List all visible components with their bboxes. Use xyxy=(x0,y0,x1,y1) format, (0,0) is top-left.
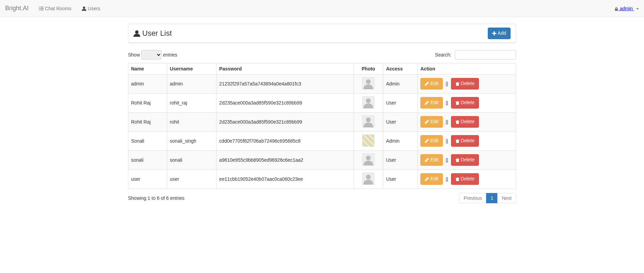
edit-button[interactable]: Edit xyxy=(420,135,443,147)
add-button[interactable]: Add xyxy=(488,28,511,39)
nav-admin-label: admin xyxy=(620,6,633,11)
brand-link[interactable]: Bright.AI xyxy=(5,5,34,12)
cell-username: rohit xyxy=(167,112,216,131)
pagination: Previous 1 Next xyxy=(460,193,516,203)
cell-action: Edit|| Delete xyxy=(418,74,516,93)
col-password[interactable]: Password xyxy=(216,63,354,74)
page-length-select[interactable] xyxy=(141,50,162,60)
svg-rect-4 xyxy=(39,10,40,10)
cell-name: admin xyxy=(128,74,167,93)
table-row: useruseree11cbb19052e40b07aac0ca060c23ee… xyxy=(128,170,516,189)
trash-icon xyxy=(455,101,460,105)
edit-button-label: Edit xyxy=(430,80,438,87)
cell-access: User xyxy=(383,150,418,170)
avatar xyxy=(362,173,374,185)
avatar xyxy=(362,96,374,109)
svg-point-6 xyxy=(83,6,85,9)
trash-icon xyxy=(455,139,460,143)
pagination-previous[interactable]: Previous xyxy=(459,193,486,203)
cell-photo xyxy=(354,93,383,112)
edit-button[interactable]: Edit xyxy=(420,78,443,90)
cell-username: rohit_raj xyxy=(167,93,216,112)
nav-chat-rooms-label: Chat Rooms xyxy=(45,6,71,11)
svg-rect-3 xyxy=(40,8,44,9)
cell-name: Rohit Raj xyxy=(128,93,167,112)
cell-photo xyxy=(354,74,383,93)
avatar xyxy=(362,154,374,166)
svg-point-7 xyxy=(135,30,139,34)
svg-rect-2 xyxy=(39,8,40,9)
edit-button-label: Edit xyxy=(430,176,438,182)
edit-button[interactable]: Edit xyxy=(420,173,443,185)
cell-password: 2d235ace000a3ad85f590e321c89bb99 xyxy=(216,93,354,112)
col-access[interactable]: Access xyxy=(383,63,418,74)
table-header-row: Name Username Password Photo Access Acti… xyxy=(128,63,516,74)
action-separator: || xyxy=(446,138,448,144)
col-action[interactable]: Action xyxy=(418,63,516,74)
edit-button-label: Edit xyxy=(430,99,438,106)
list-icon xyxy=(39,6,44,11)
edit-button[interactable]: Edit xyxy=(420,116,443,128)
svg-rect-5 xyxy=(40,10,44,10)
table-row: Rohit Rajrohit2d235ace000a3ad85f590e321c… xyxy=(128,112,516,131)
avatar xyxy=(362,115,374,128)
col-name[interactable]: Name xyxy=(128,63,167,74)
action-separator: || xyxy=(446,100,448,106)
panel-title: User List xyxy=(133,29,172,38)
pagination-next[interactable]: Next xyxy=(497,193,516,203)
nav-users[interactable]: Users xyxy=(77,1,106,16)
delete-button[interactable]: Delete xyxy=(451,78,479,90)
svg-rect-0 xyxy=(39,6,40,7)
edit-button-label: Edit xyxy=(430,118,438,125)
entries-label: entries xyxy=(163,52,177,57)
cell-photo xyxy=(354,112,383,131)
search-input[interactable] xyxy=(455,50,516,60)
trash-icon xyxy=(455,82,460,86)
cell-name: Sonali xyxy=(128,131,167,150)
avatar xyxy=(362,134,374,147)
cell-access: Admin xyxy=(383,74,418,93)
length-control: Show entries xyxy=(128,50,177,60)
pencil-icon xyxy=(425,139,429,143)
table-row: Sonalisonali_singhcdd0e7705f82f706ab7249… xyxy=(128,131,516,150)
pencil-icon xyxy=(425,82,429,86)
cell-username: sonali xyxy=(167,150,216,170)
user-icon xyxy=(133,30,140,37)
edit-button[interactable]: Edit xyxy=(420,154,443,166)
nav-users-label: Users xyxy=(88,6,100,11)
delete-button[interactable]: Delete xyxy=(451,135,479,147)
table-row: sonalisonalia9610e955c9bb8905ed96926c6ec… xyxy=(128,150,516,170)
datatable-info: Showing 1 to 6 of 6 entries xyxy=(128,195,184,201)
action-separator: || xyxy=(446,81,448,86)
lock-icon xyxy=(614,7,618,11)
cell-access: User xyxy=(383,93,418,112)
delete-button[interactable]: Delete xyxy=(451,116,479,128)
nav-chat-rooms[interactable]: Chat Rooms xyxy=(34,1,77,16)
action-separator: || xyxy=(446,176,448,182)
cell-password: cdd0e7705f82f706ab72496c695685c8 xyxy=(216,131,354,150)
col-username[interactable]: Username xyxy=(167,63,216,74)
trash-icon xyxy=(455,158,460,162)
user-list-panel: User List Add xyxy=(128,24,516,43)
cell-photo xyxy=(354,131,383,150)
pagination-page-1[interactable]: 1 xyxy=(486,193,498,203)
delete-button[interactable]: Delete xyxy=(451,173,479,185)
col-photo[interactable]: Photo xyxy=(354,63,383,74)
nav-admin-dropdown[interactable]: admin xyxy=(614,6,639,11)
edit-button-label: Edit xyxy=(430,157,438,163)
add-button-label: Add xyxy=(498,30,506,37)
edit-button[interactable]: Edit xyxy=(420,97,443,109)
delete-button-label: Delete xyxy=(461,99,474,106)
action-separator: || xyxy=(446,157,448,163)
delete-button-label: Delete xyxy=(461,118,474,125)
datatable-footer: Showing 1 to 6 of 6 entries Previous 1 N… xyxy=(128,193,516,203)
cell-access: User xyxy=(383,170,418,189)
pencil-icon xyxy=(425,120,429,124)
search-control: Search: xyxy=(435,50,516,60)
table-row: Rohit Rajrohit_raj2d235ace000a3ad85f590e… xyxy=(128,93,516,112)
cell-password: 21232f297a57a5a743894a0e4a801fc3 xyxy=(216,74,354,93)
panel-heading: User List Add xyxy=(128,24,516,43)
delete-button[interactable]: Delete xyxy=(451,97,479,109)
cell-password: ee11cbb19052e40b07aac0ca060c23ee xyxy=(216,170,354,189)
delete-button[interactable]: Delete xyxy=(451,154,479,166)
